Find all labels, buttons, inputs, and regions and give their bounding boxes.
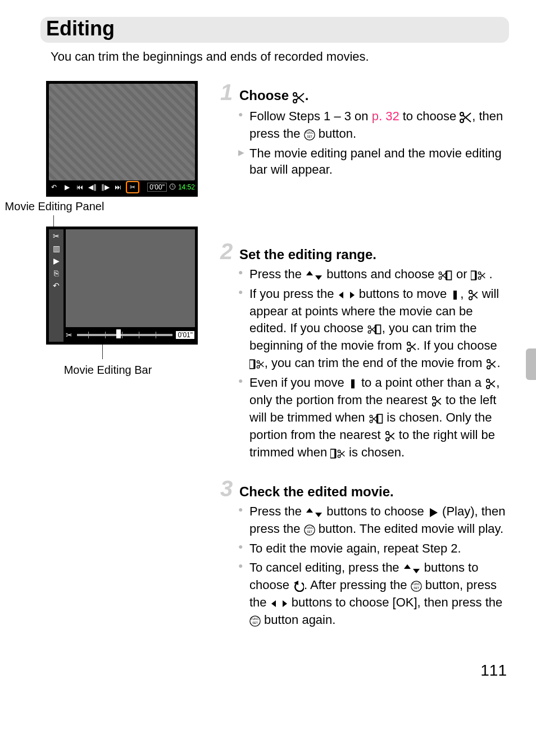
section-title-bar: Editing (40, 17, 509, 43)
back-icon: ↶ (49, 183, 60, 191)
step-heading: 1Choose . (220, 81, 509, 105)
timeline-duration: 0'01" (175, 331, 195, 339)
play-icon: ▶ (62, 183, 72, 191)
intro-text: You can trim the beginnings and ends of … (51, 49, 509, 64)
panel-scissors-icon: ✂ (53, 232, 60, 241)
page-reference-link[interactable]: p. 32 (372, 109, 399, 123)
cut-mark-icon (467, 286, 479, 303)
timeline-tick (139, 332, 139, 338)
handle-icon (348, 375, 358, 392)
screenshot-movie-panel: ↶ ▶ ⏮ ◀∥ ∥▶ ⏭ ✂ 0'00" 14:52 (46, 81, 198, 197)
bullet-item: If you press the buttons to move , will … (238, 286, 509, 372)
playback-control-bar: ↶ ▶ ⏮ ◀∥ ∥▶ ⏭ ✂ 0'00" 14:52 (49, 180, 195, 194)
edit-icon-selected: ✂ (126, 181, 140, 193)
total-time: 14:52 (178, 183, 195, 191)
back-icon (293, 577, 304, 594)
cut-mark-icon (406, 338, 417, 355)
step-bullet-list: Press the buttons to choose (Play), then… (220, 503, 509, 629)
caption-editing-bar: Movie Editing Bar (64, 364, 152, 377)
editing-panel-column: ✂ ▥ ▶ ⎘ ↶ (49, 229, 63, 342)
play-icon (428, 504, 439, 520)
step-title: Check the edited movie. (239, 484, 394, 500)
next-icon: ⏭ (113, 183, 124, 191)
step-bullet-list: Follow Steps 1 – 3 on p. 32 to choose , … (220, 108, 509, 178)
screenshot-image-area-2 (66, 229, 195, 327)
timeline-track (77, 334, 172, 336)
cut-begin-icon (369, 410, 384, 427)
bullet-item: Press the buttons to choose (Play), then… (238, 503, 509, 538)
svg-line-24 (172, 187, 174, 187)
leftright-icon (338, 286, 356, 303)
step-number: 3 (220, 477, 236, 500)
bullet-item: Even if you move to a point other than a… (238, 374, 509, 461)
step-heading: 3Check the edited movie. (220, 477, 509, 500)
panel-back-icon: ↶ (53, 281, 60, 290)
screenshot-editing-bar: ✂ ▥ ▶ ⎘ ↶ ✂ 0'01" (46, 227, 198, 345)
clock-icon (169, 183, 176, 192)
step-3: 3Check the edited movie.Press the button… (220, 477, 509, 629)
step-number: 2 (220, 240, 236, 262)
pointer-line-top (53, 215, 54, 228)
panel-save-icon: ⎘ (54, 269, 58, 278)
handle-icon (450, 286, 460, 303)
step-bullet-list: Press the buttons and choose or .If you … (220, 266, 509, 461)
panel-play-icon: ▶ (53, 256, 60, 265)
cut-mark-icon (485, 355, 497, 372)
step-heading: 2Set the editing range. (220, 240, 509, 262)
frame-fwd-icon: ∥▶ (100, 183, 111, 191)
bullet-item: Follow Steps 1 – 3 on p. 32 to choose , … (238, 108, 509, 143)
elapsed-time: 0'00" (147, 183, 167, 192)
page-number: 111 (40, 662, 509, 680)
scissors-icon (460, 108, 472, 125)
timeline-scissors-icon: ✂ (66, 331, 72, 339)
updown-icon (305, 504, 323, 520)
cut-end-icon (249, 355, 265, 372)
section-title: Editing (46, 17, 498, 40)
bullet-item: To cancel editing, press the buttons to … (238, 559, 509, 629)
step-1: 1Choose .Follow Steps 1 – 3 on p. 32 to … (220, 81, 509, 178)
timeline-tick (105, 332, 106, 338)
timeline-handle (116, 329, 121, 338)
cut-end-icon (330, 445, 346, 461)
leftright-icon (270, 595, 288, 612)
screenshot-image-area (49, 84, 195, 180)
pointer-line-bottom (102, 345, 103, 359)
step-title: Set the editing range. (239, 247, 376, 262)
updown-icon (305, 266, 323, 283)
bullet-item: Press the buttons and choose or . (238, 266, 509, 283)
caption-editing-panel: Movie Editing Panel (5, 200, 105, 213)
prev-icon: ⏮ (75, 183, 85, 191)
panel-cut-end-icon: ▥ (53, 244, 60, 253)
cut-mark-icon (384, 427, 396, 444)
cut-begin-icon (438, 266, 453, 283)
funcset-icon (249, 612, 261, 629)
step-2: 2Set the editing range.Press the buttons… (220, 240, 509, 461)
bullet-item: To edit the movie again, repeat Step 2. (238, 540, 509, 557)
scissors-icon (293, 89, 305, 105)
frame-back-icon: ◀∥ (87, 183, 98, 191)
timeline-tick (156, 332, 156, 338)
cut-end-icon (471, 266, 486, 283)
updown-icon (403, 560, 421, 577)
cut-mark-icon (485, 375, 496, 392)
funcset-icon (304, 521, 315, 538)
funcset-icon (304, 126, 315, 143)
cut-mark-icon (431, 392, 442, 409)
timeline-tick (88, 332, 89, 338)
step-title: Choose . (239, 88, 308, 105)
timeline-tick (122, 332, 122, 338)
cut-begin-icon (367, 320, 382, 337)
step-number: 1 (220, 81, 236, 103)
bullet-item: The movie editing panel and the movie ed… (238, 145, 509, 178)
editing-timeline: ✂ 0'01" (66, 329, 195, 341)
funcset-icon (411, 577, 422, 594)
